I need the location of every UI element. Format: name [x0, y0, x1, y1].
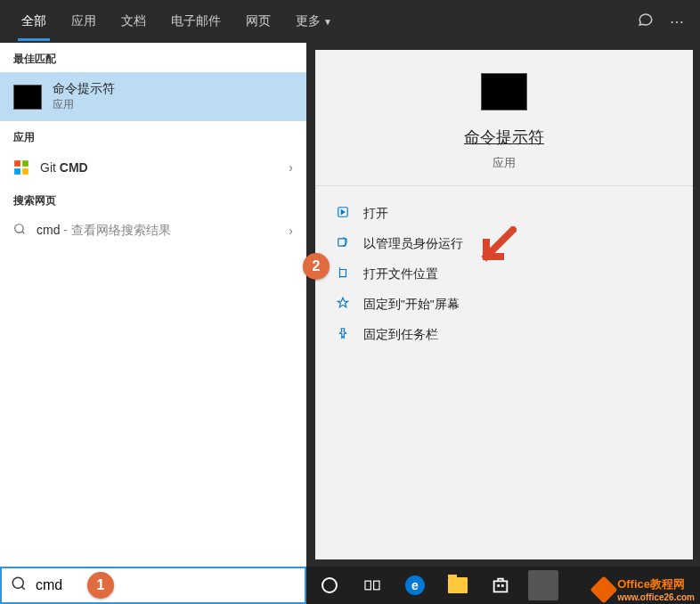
annotation-badge-2: 2 — [303, 253, 330, 280]
search-content: 最佳匹配 命令提示符 应用 应用 Git CMD › 搜索网页 cmd - 查看… — [0, 43, 700, 567]
best-match-title: 命令提示符 — [53, 81, 115, 97]
web-search-label: cmd - 查看网络搜索结果 — [37, 223, 278, 239]
tab-email[interactable]: 电子邮件 — [159, 2, 233, 41]
action-open[interactable]: 打开 — [333, 199, 675, 229]
tab-documents[interactable]: 文档 — [109, 2, 159, 41]
annotation-badge-1: 1 — [87, 572, 114, 599]
svg-point-7 — [12, 577, 23, 588]
svg-point-4 — [15, 224, 23, 233]
tab-more[interactable]: 更多▼ — [283, 2, 345, 41]
watermark: Office教程网 www.office26.com — [594, 576, 695, 602]
admin-shield-icon — [337, 236, 351, 252]
cortana-button[interactable] — [312, 567, 347, 603]
tab-apps[interactable]: 应用 — [59, 2, 109, 41]
app-label: Git CMD — [40, 160, 278, 175]
svg-rect-8 — [365, 581, 370, 590]
chevron-right-icon: › — [289, 160, 293, 175]
tab-web[interactable]: 网页 — [233, 2, 283, 41]
open-icon — [337, 206, 351, 222]
edge-icon: e — [405, 575, 425, 595]
avatar-icon — [528, 570, 558, 600]
detail-subtitle: 应用 — [492, 155, 516, 171]
chevron-right-icon: › — [289, 224, 293, 238]
search-icon — [11, 575, 27, 595]
edge-button[interactable]: e — [397, 567, 433, 603]
web-search-item[interactable]: cmd - 查看网络搜索结果 › — [0, 214, 306, 248]
store-icon — [491, 575, 510, 595]
feedback-icon[interactable] — [638, 12, 654, 31]
svg-rect-10 — [497, 584, 500, 587]
section-web: 搜索网页 — [0, 184, 306, 214]
detail-thumbnail-icon — [481, 73, 527, 110]
search-icon — [13, 223, 26, 239]
cortana-icon — [322, 577, 338, 593]
search-input[interactable] — [36, 577, 296, 593]
detail-title[interactable]: 命令提示符 — [464, 127, 544, 148]
pin-start-icon — [337, 297, 351, 313]
svg-rect-3 — [22, 168, 28, 175]
store-button[interactable] — [483, 567, 518, 603]
git-icon — [13, 159, 29, 175]
action-pin-start[interactable]: 固定到"开始"屏幕 — [333, 290, 675, 320]
best-match-subtitle: 应用 — [53, 97, 115, 112]
annotation-arrow-icon — [477, 226, 517, 269]
section-best-match: 最佳匹配 — [0, 43, 306, 72]
search-header: 全部 应用 文档 电子邮件 网页 更多▼ ⋯ — [0, 0, 700, 43]
watermark-logo-icon — [590, 575, 618, 603]
tab-all[interactable]: 全部 — [9, 2, 59, 41]
svg-rect-0 — [14, 160, 20, 167]
more-options-icon[interactable]: ⋯ — [670, 13, 684, 30]
cmd-icon — [13, 85, 42, 110]
results-pane: 最佳匹配 命令提示符 应用 应用 Git CMD › 搜索网页 cmd - 查看… — [0, 43, 306, 567]
user-avatar[interactable] — [525, 567, 561, 603]
folder-icon — [448, 577, 468, 593]
search-box[interactable] — [0, 567, 306, 604]
app-git-cmd[interactable]: Git CMD › — [0, 151, 306, 184]
header-actions: ⋯ — [638, 12, 691, 31]
action-pin-taskbar[interactable]: 固定到任务栏 — [333, 320, 675, 350]
explorer-button[interactable] — [440, 567, 476, 603]
folder-location-icon — [337, 266, 351, 282]
detail-header: 命令提示符 应用 — [315, 50, 693, 186]
section-apps: 应用 — [0, 121, 306, 151]
best-match-item[interactable]: 命令提示符 应用 — [0, 72, 306, 121]
pin-taskbar-icon — [337, 327, 351, 343]
detail-pane: 命令提示符 应用 打开 以管理员身份运行 打开文件位置 固定到"开始"屏幕 — [315, 50, 693, 559]
svg-rect-1 — [22, 160, 28, 167]
filter-tabs: 全部 应用 文档 电子邮件 网页 更多▼ — [9, 2, 345, 41]
svg-rect-2 — [14, 168, 20, 175]
taskbar: e Office教程网 www.office26.com — [306, 567, 700, 604]
svg-rect-9 — [374, 581, 379, 590]
chevron-down-icon: ▼ — [323, 17, 332, 27]
detail-actions: 打开 以管理员身份运行 打开文件位置 固定到"开始"屏幕 固定到任务栏 — [315, 186, 693, 363]
task-view-button[interactable] — [354, 567, 390, 603]
svg-rect-11 — [501, 584, 504, 587]
